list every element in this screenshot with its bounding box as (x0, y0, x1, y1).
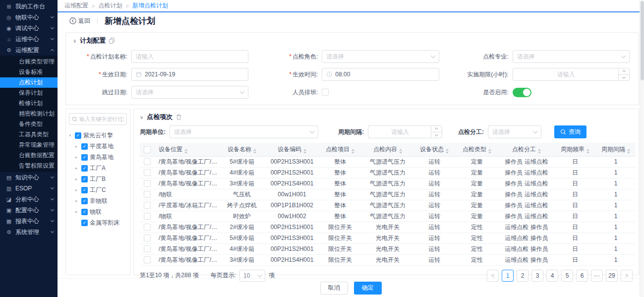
sidebar-item-ledger-data-config[interactable]: 台账数据配置 (0, 150, 58, 161)
row-checkbox[interactable] (144, 158, 151, 165)
table-row[interactable]: /物联 时效炉 00w1H002 整体 气源进气压力 运转 定量 操作员 运维点… (140, 211, 636, 222)
sort-icon[interactable] (184, 149, 187, 154)
sidebar-item-maintenance-plan[interactable]: 保养计划 (0, 88, 58, 98)
sidebar-item-inspection-plan[interactable]: 点检计划 (0, 77, 58, 88)
back-button[interactable]: 返回 (69, 17, 90, 25)
table-row[interactable]: /黄岛基地/视像工厂/C1... 2#缓冷箱 00P2H1S1H001 限位开关… (140, 222, 636, 233)
table-row[interactable]: /平度基地/冰箱工厂/前... 烤子点焊机 00P1P1B1H002 整体 气源… (140, 200, 636, 211)
checkbox-checked-icon[interactable]: ✓ (81, 143, 88, 150)
effective-time-input[interactable]: 08:00 (322, 68, 439, 81)
collapse-caret-icon[interactable]: ∨ (73, 38, 76, 44)
sort-icon[interactable] (399, 149, 402, 154)
row-checkbox[interactable] (144, 180, 151, 187)
sidebar-item-overhaul-plan[interactable]: 检修计划 (0, 98, 58, 109)
sidebar-item-ops-config[interactable]: ⚙ 运维配置 (0, 45, 58, 56)
row-checkbox[interactable] (144, 169, 151, 176)
sidebar-item-tool-type[interactable]: 工器具类型 (0, 129, 58, 140)
table-row[interactable]: /物联 气压机 00w1H001 整体 气源进气压力 运转 定量 操作员 运维点… (140, 189, 636, 200)
sidebar-item-debug-center[interactable]: ◉ 调试中心 (0, 23, 58, 34)
sidebar-item-config-center[interactable]: ▣ 配置中心 (0, 205, 58, 216)
inspection-role-select[interactable]: 请选择 (322, 50, 439, 63)
sort-icon[interactable] (351, 149, 354, 154)
table-row[interactable]: /黄岛基地/视像工厂/C2... 3#缓冷箱 00P2H1S4H001 限位开关… (140, 254, 636, 265)
tree-node[interactable]: ▸✓黄岛基地 (69, 152, 127, 163)
table-row[interactable]: /黄岛基地/视像工厂/C2... 3#缓冷箱 00P2H1S4H001 整体 气… (140, 178, 636, 189)
breadcrumb-item[interactable]: 运维配置 (64, 1, 88, 10)
sort-icon[interactable] (586, 149, 589, 154)
caret-right-icon[interactable]: ▸ (75, 166, 79, 171)
sort-icon[interactable] (488, 149, 491, 154)
plan-name-input[interactable] (136, 53, 244, 60)
tree-node[interactable]: ▸✓平度基地 (69, 141, 127, 152)
sidebar-item-esop[interactable]: ▥ ESOP (0, 183, 58, 194)
breadcrumb-item[interactable]: 点检计划 (98, 1, 122, 10)
row-checkbox[interactable] (144, 224, 151, 231)
checkbox-checked-icon[interactable]: ✓ (75, 132, 81, 139)
caret-right-icon[interactable]: ▸ (75, 155, 79, 160)
vertical-scrollbar[interactable] (640, 0, 644, 297)
collapse-caret-icon[interactable]: ∨ (140, 115, 143, 120)
sort-icon[interactable] (538, 149, 541, 154)
row-checkbox[interactable] (144, 256, 151, 263)
sidebar-item-spare-part-type[interactable]: 备件类型 (0, 119, 58, 129)
sidebar-item-anomaly-mgmt[interactable]: 异常现象管理 (0, 140, 58, 150)
row-checkbox[interactable] (144, 245, 151, 252)
sidebar-item-workbench[interactable]: ⊞ 我的工作台 (0, 1, 58, 12)
inspection-specialty-select[interactable]: 请选择 (513, 50, 630, 63)
shift-checkbox[interactable] (322, 89, 329, 96)
checkbox-checked-icon[interactable]: ✓ (81, 209, 88, 215)
query-button[interactable]: 查询 (554, 125, 586, 138)
tree-node[interactable]: ▸✓工厂B (69, 174, 127, 184)
checkbox-checked-icon[interactable]: ✓ (81, 187, 88, 193)
checkbox-checked-icon[interactable]: ✓ (81, 198, 88, 204)
select-all-checkbox[interactable] (144, 146, 151, 153)
row-checkbox[interactable] (144, 202, 151, 209)
checkbox-checked-icon[interactable]: ✓ (81, 220, 88, 226)
scrollbar-thumb[interactable] (641, 1, 644, 80)
sidebar-item-iot-center[interactable]: ◎ 物联中心 (0, 12, 58, 23)
tree-node[interactable]: ▸✓物联 (69, 206, 127, 217)
number-stepper[interactable] (618, 68, 629, 80)
cycle-interval-input[interactable] (372, 128, 428, 135)
sort-icon[interactable] (446, 149, 449, 154)
row-checkbox[interactable] (144, 213, 151, 220)
sidebar-item-alarm-permission[interactable]: 告警权限设置 (0, 161, 58, 171)
row-checkbox[interactable] (144, 235, 151, 241)
sort-icon[interactable] (627, 149, 630, 154)
caret-down-icon[interactable]: ▾ (69, 133, 73, 138)
sidebar-item-system-mgmt[interactable]: ⚙ 系统管理 (0, 227, 58, 238)
number-stepper[interactable] (431, 126, 442, 138)
table-row[interactable]: /黄岛基地/视像工厂/C1... 5#缓冷箱 00P2H1S3H001 整体 气… (140, 156, 636, 167)
sidebar-item-knowledge-center[interactable]: ▤ 知识中心 (0, 172, 58, 183)
tree-node[interactable]: ▸✓工厂A (69, 163, 127, 174)
sidebar-item-analysis-center[interactable]: ◪ 分析中心 (0, 194, 58, 205)
checkbox-checked-icon[interactable]: ✓ (81, 165, 88, 172)
tree-node[interactable]: ▸✓非物联 (69, 195, 127, 206)
skip-date-select[interactable]: 请选择 (131, 86, 248, 99)
table-row[interactable]: /黄岛基地/视像工厂/C1... 5#缓冷箱 00P2H1S3H001 限位开关… (140, 233, 636, 243)
duration-input[interactable] (517, 71, 615, 78)
caret-right-icon[interactable]: ▸ (75, 144, 79, 149)
division-select[interactable]: 请选择 (488, 125, 541, 138)
sort-icon[interactable] (253, 149, 256, 154)
tree-node[interactable]: ✓金属等割床 (69, 217, 127, 228)
effective-date-input[interactable]: 2021-09-19 (131, 68, 248, 81)
cancel-button[interactable]: 取消 (320, 282, 348, 295)
tree-search-input[interactable] (79, 116, 124, 122)
caret-right-icon[interactable]: ▸ (75, 209, 79, 214)
table-row[interactable]: /黄岛基地/视像工厂/C1... 4#缓冷箱 00P2H1S2H001 整体 气… (140, 167, 636, 178)
enabled-toggle[interactable] (513, 88, 531, 97)
tree-node[interactable]: ▸✓工厂C (69, 184, 127, 195)
checkbox-checked-icon[interactable]: ✓ (81, 176, 88, 182)
checkbox-checked-icon[interactable]: ✓ (81, 154, 88, 161)
sidebar-item-device-standard[interactable]: 设备标准 (0, 67, 58, 77)
sidebar-item-ops-center[interactable]: ⌂ 运维中心 (0, 34, 58, 45)
caret-right-icon[interactable]: ▸ (75, 177, 79, 181)
table-row[interactable]: /黄岛基地/视像工厂/C1... 4#缓冷箱 00P2H1S2H001 限位开关… (140, 243, 636, 254)
sidebar-item-report-center[interactable]: ▦ 报表中心 (0, 216, 58, 227)
caret-right-icon[interactable]: ▸ (75, 187, 79, 192)
confirm-button[interactable]: 确定 (354, 282, 382, 295)
row-checkbox[interactable] (144, 191, 151, 198)
sort-icon[interactable] (303, 149, 306, 154)
caret-right-icon[interactable]: ▸ (75, 198, 79, 203)
